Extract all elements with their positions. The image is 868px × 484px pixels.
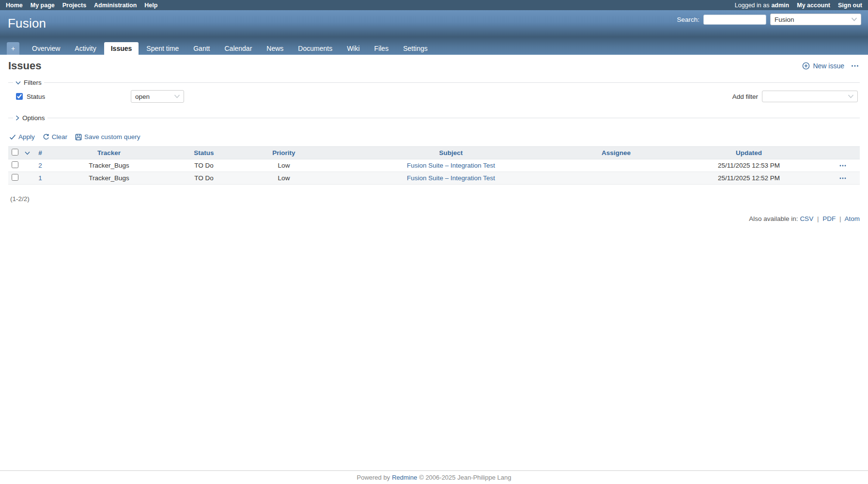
issue-updated-cell: 25/11/2025 12:52 PM <box>660 172 837 185</box>
pagination-info: (1-2/2) <box>10 195 860 203</box>
search-area: Search: Fusion <box>677 14 861 25</box>
top-menu-bar: Home My page Projects Administration Hel… <box>0 0 868 10</box>
logged-in-status: Logged in as admin <box>735 2 789 9</box>
issue-assignee-cell <box>572 159 660 172</box>
topmenu-administration-link[interactable]: Administration <box>94 2 137 9</box>
filters-legend-toggle[interactable]: Filters <box>13 79 44 86</box>
issue-status-cell: TO Do <box>170 159 238 172</box>
issue-priority-cell: Low <box>238 159 330 172</box>
issue-updated-cell: 25/11/2025 12:53 PM <box>660 159 837 172</box>
issues-table: # Tracker Status Priority Subject Assign… <box>8 146 860 185</box>
tab-files[interactable]: Files <box>368 42 396 55</box>
project-header: Fusion Search: Fusion <box>0 10 868 37</box>
project-jump-select[interactable]: Fusion <box>770 14 861 25</box>
apply-button[interactable]: Apply <box>9 133 35 141</box>
logged-in-username: admin <box>771 2 789 9</box>
sort-priority-header[interactable]: Priority <box>272 149 295 156</box>
issue-priority-cell: Low <box>238 172 330 185</box>
topmenu-my-page-link[interactable]: My page <box>31 2 55 9</box>
add-filter-area: Add filter <box>732 91 860 102</box>
add-filter-label: Add filter <box>732 93 758 100</box>
search-label: Search: <box>677 16 699 23</box>
search-input[interactable] <box>703 15 766 25</box>
my-account-link[interactable]: My account <box>797 2 830 9</box>
tab-gantt[interactable]: Gantt <box>186 42 217 55</box>
tab-activity[interactable]: Activity <box>68 42 103 55</box>
tab-news[interactable]: News <box>260 42 290 55</box>
topmenu-projects-link[interactable]: Projects <box>62 2 86 9</box>
new-issue-label: New issue <box>813 62 844 70</box>
row-more-button[interactable] <box>839 164 858 167</box>
chevron-right-icon <box>16 115 19 121</box>
top-menu-links: Home My page Projects Administration Hel… <box>6 2 157 9</box>
redmine-link[interactable]: Redmine <box>392 474 417 481</box>
copyright-label: © 2006-2025 Jean-Philippe Lang <box>419 474 511 481</box>
tab-overview[interactable]: Overview <box>25 42 67 55</box>
tab-documents[interactable]: Documents <box>291 42 339 55</box>
filters-body: Status open Add filter <box>8 86 860 108</box>
tab-wiki[interactable]: Wiki <box>340 42 366 55</box>
tab-calendar[interactable]: Calendar <box>217 42 259 55</box>
export-atom-link[interactable]: Atom <box>844 215 860 222</box>
tab-issues[interactable]: Issues <box>104 42 139 55</box>
project-tab-bar: + Overview Activity Issues Spent time Ga… <box>0 37 868 55</box>
page-actions: New issue <box>802 62 860 70</box>
issue-tracker-cell: Tracker_Bugs <box>48 159 170 172</box>
account-menu: Logged in as admin My account Sign out <box>735 2 862 9</box>
options-legend-toggle[interactable]: Options <box>13 114 47 122</box>
sort-assignee-header[interactable]: Assignee <box>602 149 631 156</box>
tab-settings[interactable]: Settings <box>396 42 434 55</box>
row-select-checkbox[interactable] <box>12 161 18 168</box>
save-query-button[interactable]: Save custom query <box>75 133 140 141</box>
issue-row: 2 Tracker_Bugs TO Do Low Fusion Suite – … <box>8 159 860 172</box>
topmenu-help-link[interactable]: Help <box>144 2 157 9</box>
status-filter-label: Status <box>27 93 45 100</box>
footer: Powered by Redmine © 2006-2025 Jean-Phil… <box>0 470 868 484</box>
export-prefix-label: Also available in: <box>749 215 798 222</box>
issue-subject-link[interactable]: Fusion Suite – Integration Test <box>407 162 495 169</box>
logged-in-prefix: Logged in as <box>735 2 770 9</box>
add-filter-select[interactable] <box>762 91 858 102</box>
row-select-checkbox[interactable] <box>12 174 18 181</box>
sort-id-header[interactable]: # <box>38 149 42 156</box>
check-icon <box>9 134 16 140</box>
ellipsis-icon <box>839 164 846 167</box>
sign-out-link[interactable]: Sign out <box>838 2 862 9</box>
clear-button[interactable]: Clear <box>43 133 67 141</box>
sort-tracker-header[interactable]: Tracker <box>97 149 121 156</box>
refresh-icon <box>43 134 49 141</box>
filters-legend-label: Filters <box>24 79 42 86</box>
issue-tracker-cell: Tracker_Bugs <box>48 172 170 185</box>
query-buttons: Apply Clear Save custom query <box>9 133 860 141</box>
options-legend-label: Options <box>22 114 45 122</box>
export-separator: | <box>817 215 819 222</box>
export-csv-link[interactable]: CSV <box>800 215 813 222</box>
status-operator-select[interactable]: open <box>131 90 184 103</box>
project-title: Fusion <box>8 10 46 31</box>
export-pdf-link[interactable]: PDF <box>822 215 836 222</box>
issue-row: 1 Tracker_Bugs TO Do Low Fusion Suite – … <box>8 172 860 185</box>
chevron-down-icon <box>25 151 30 155</box>
apply-label: Apply <box>18 133 35 141</box>
export-links: Also available in: CSV | PDF | Atom <box>8 215 860 222</box>
group-toggle-button[interactable] <box>25 151 30 155</box>
topmenu-home-link[interactable]: Home <box>6 2 23 9</box>
row-more-button[interactable] <box>839 177 858 180</box>
issue-subject-link[interactable]: Fusion Suite – Integration Test <box>407 174 495 182</box>
filters-fieldset: Filters Status open Add filter <box>8 79 860 108</box>
options-fieldset: Options <box>8 114 860 126</box>
issue-id-link[interactable]: 2 <box>38 162 42 169</box>
new-object-plus-tab[interactable]: + <box>7 42 19 55</box>
status-filter-checkbox[interactable] <box>16 93 23 100</box>
sort-updated-header[interactable]: Updated <box>736 149 762 156</box>
select-all-checkbox[interactable] <box>12 149 18 156</box>
page-title: Issues <box>8 60 42 72</box>
sort-subject-header[interactable]: Subject <box>439 149 463 156</box>
page-more-button[interactable] <box>850 63 860 68</box>
sort-status-header[interactable]: Status <box>194 149 214 156</box>
powered-by-label: Powered by <box>357 474 390 481</box>
new-issue-button[interactable]: New issue <box>802 62 844 70</box>
tab-spent-time[interactable]: Spent time <box>140 42 186 55</box>
save-query-label: Save custom query <box>84 133 140 141</box>
issue-id-link[interactable]: 1 <box>38 174 42 182</box>
